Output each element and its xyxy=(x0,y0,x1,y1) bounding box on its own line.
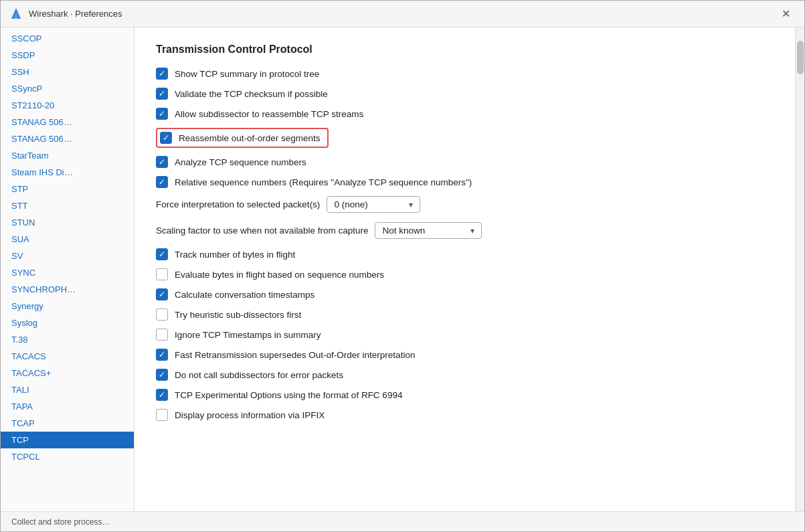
sidebar-item-sua[interactable]: SUA xyxy=(1,231,134,248)
sidebar-item-sync[interactable]: SYNC xyxy=(1,264,134,281)
sidebar-item-tacacs[interactable]: TACACS xyxy=(1,348,134,365)
checkbox-analyze_seq[interactable]: ✓ xyxy=(156,156,168,168)
pref-row-relative_seq: ✓Relative sequence numbers (Requires "An… xyxy=(156,176,774,188)
bottom-bar: Collect and store process… xyxy=(1,511,804,531)
checkbox-show_tcp_summary[interactable]: ✓ xyxy=(156,68,168,80)
sidebar-item-ssdp[interactable]: SSDP xyxy=(1,47,134,64)
window-title: Wireshark · Preferences xyxy=(29,9,775,19)
scaling-factor-value: Not known xyxy=(382,226,425,236)
pref-row-tcp_exp_opts: ✓TCP Experimental Options using the form… xyxy=(156,389,774,401)
pref-row-validate_checksum: ✓Validate the TCP checksum if possible xyxy=(156,88,774,100)
main-content: SSCOPSSDPSSHSSyncPST2110-20STANAG 506…ST… xyxy=(1,27,804,511)
chevron-down-icon-2: ▾ xyxy=(465,226,474,236)
pref-row-fast_retrans: ✓Fast Retransmission supersedes Out-of-O… xyxy=(156,349,774,361)
sidebar-item-tcp[interactable]: TCP xyxy=(1,432,134,448)
bottom-bar-text: Collect and store process… xyxy=(11,517,110,527)
sidebar: SSCOPSSDPSSHSSyncPST2110-20STANAG 506…ST… xyxy=(1,27,135,511)
wireshark-icon xyxy=(9,7,23,21)
label-tcp_exp_opts: TCP Experimental Options using the forma… xyxy=(175,390,402,400)
preferences-window: Wireshark · Preferences ✕ SSCOPSSDPSSHSS… xyxy=(0,0,805,532)
sidebar-item-sscop[interactable]: SSCOP xyxy=(1,30,134,47)
label-allow_subdissector: Allow subdissector to reassemble TCP str… xyxy=(175,109,363,119)
sidebar-item-stun[interactable]: STUN xyxy=(1,214,134,231)
label-display_process: Display process information via IPFIX xyxy=(175,410,325,420)
force-interpretation-label: Force interpretation to selected packet(… xyxy=(156,199,320,209)
scaling-factor-dropdown[interactable]: Not known ▾ xyxy=(375,222,482,239)
pref-row-show_tcp_summary: ✓Show TCP summary in protocol tree xyxy=(156,68,774,80)
sidebar-item-tcap[interactable]: TCAP xyxy=(1,415,134,432)
checkbox-tcp_exp_opts[interactable]: ✓ xyxy=(156,389,168,401)
pref-row-track_bytes: ✓Track number of bytes in flight xyxy=(156,248,774,260)
pref-row-calc_timestamps: ✓Calculate conversation timestamps xyxy=(156,288,774,300)
pref-row-analyze_seq: ✓Analyze TCP sequence numbers xyxy=(156,156,774,168)
scaling-factor-label: Scaling factor to use when not available… xyxy=(156,226,368,236)
checkbox-evaluate_bytes[interactable] xyxy=(156,268,168,280)
sidebar-item-stp[interactable]: STP xyxy=(1,181,134,197)
reassemble-outline: ✓Reassemble out-of-order segments xyxy=(156,128,329,148)
checkbox-ignore_timestamps[interactable] xyxy=(156,329,168,341)
chevron-down-icon: ▾ xyxy=(404,200,413,209)
label-fast_retrans: Fast Retransmission supersedes Out-of-Or… xyxy=(175,350,415,360)
section-title: Transmission Control Protocol xyxy=(156,43,774,56)
checkbox-heuristic_sub[interactable] xyxy=(156,308,168,321)
label-analyze_seq: Analyze TCP sequence numbers xyxy=(175,157,306,167)
checkbox-validate_checksum[interactable]: ✓ xyxy=(156,88,168,100)
sidebar-item-starteam[interactable]: StarTeam xyxy=(1,147,134,164)
sidebar-item-sv[interactable]: SV xyxy=(1,248,134,264)
pref-row-allow_subdissector: ✓Allow subdissector to reassemble TCP st… xyxy=(156,108,774,120)
label-heuristic_sub: Try heuristic sub-dissectors first xyxy=(175,310,301,320)
sidebar-item-st211020[interactable]: ST2110-20 xyxy=(1,97,134,114)
sidebar-item-synergy[interactable]: Synergy xyxy=(1,298,134,315)
content-area: Transmission Control Protocol ✓Show TCP … xyxy=(135,27,795,511)
label-track_bytes: Track number of bytes in flight xyxy=(175,250,295,260)
sidebar-item-synchroph[interactable]: SYNCHROPH… xyxy=(1,281,134,298)
checkbox-display_process[interactable] xyxy=(156,409,168,421)
titlebar: Wireshark · Preferences ✕ xyxy=(1,1,804,27)
checkbox-no_subdissectors[interactable]: ✓ xyxy=(156,369,168,381)
label-relative_seq: Relative sequence numbers (Requires "Ana… xyxy=(175,177,472,187)
checkbox-allow_subdissector[interactable]: ✓ xyxy=(156,108,168,120)
checkbox-fast_retrans[interactable]: ✓ xyxy=(156,349,168,361)
checkbox-reassemble_oos[interactable]: ✓ xyxy=(160,132,172,144)
force-interpretation-dropdown[interactable]: 0 (none) ▾ xyxy=(327,196,420,213)
right-scrollbar[interactable] xyxy=(795,27,804,511)
sidebar-item-stanag506[interactable]: STANAG 506… xyxy=(1,114,134,130)
pref-row-display_process: Display process information via IPFIX xyxy=(156,409,774,421)
sidebar-item-ssyncp[interactable]: SSyncP xyxy=(1,80,134,97)
label-show_tcp_summary: Show TCP summary in protocol tree xyxy=(175,69,319,79)
label-validate_checksum: Validate the TCP checksum if possible xyxy=(175,89,328,99)
sidebar-item-tali[interactable]: TALI xyxy=(1,381,134,398)
label-reassemble_oos: Reassemble out-of-order segments xyxy=(179,133,321,143)
sidebar-item-tcpcl[interactable]: TCPCL xyxy=(1,448,134,465)
close-button[interactable]: ✕ xyxy=(775,3,796,25)
pref-row-no_subdissectors: ✓Do not call subdissectors for error pac… xyxy=(156,369,774,381)
sidebar-item-tacacs[interactable]: TACACS+ xyxy=(1,365,134,381)
sidebar-item-ssh[interactable]: SSH xyxy=(1,64,134,80)
sidebar-item-steamihsdi[interactable]: Steam IHS Di… xyxy=(1,164,134,181)
force-interpretation-value: 0 (none) xyxy=(334,199,367,209)
scrollbar-thumb[interactable] xyxy=(797,41,804,74)
checkbox-calc_timestamps[interactable]: ✓ xyxy=(156,288,168,300)
label-calc_timestamps: Calculate conversation timestamps xyxy=(175,290,315,300)
sidebar-item-stt[interactable]: STT xyxy=(1,197,134,214)
pref-row-reassemble_oos: ✓Reassemble out-of-order segments xyxy=(156,128,774,148)
sidebar-item-syslog[interactable]: Syslog xyxy=(1,315,134,331)
sidebar-item-stanag506[interactable]: STANAG 506… xyxy=(1,130,134,147)
label-evaluate_bytes: Evaluate bytes in flight based on sequen… xyxy=(175,270,384,280)
force-interpretation-row: Force interpretation to selected packet(… xyxy=(156,196,774,213)
pref-row-evaluate_bytes: Evaluate bytes in flight based on sequen… xyxy=(156,268,774,280)
scaling-factor-row: Scaling factor to use when not available… xyxy=(156,222,774,239)
pref-row-heuristic_sub: Try heuristic sub-dissectors first xyxy=(156,308,774,321)
sidebar-item-tapa[interactable]: TAPA xyxy=(1,398,134,415)
label-no_subdissectors: Do not call subdissectors for error pack… xyxy=(175,370,343,380)
checkbox-track_bytes[interactable]: ✓ xyxy=(156,248,168,260)
checkbox-relative_seq[interactable]: ✓ xyxy=(156,176,168,188)
pref-row-ignore_timestamps: Ignore TCP Timestamps in summary xyxy=(156,329,774,341)
sidebar-item-t38[interactable]: T.38 xyxy=(1,331,134,348)
label-ignore_timestamps: Ignore TCP Timestamps in summary xyxy=(175,330,321,340)
